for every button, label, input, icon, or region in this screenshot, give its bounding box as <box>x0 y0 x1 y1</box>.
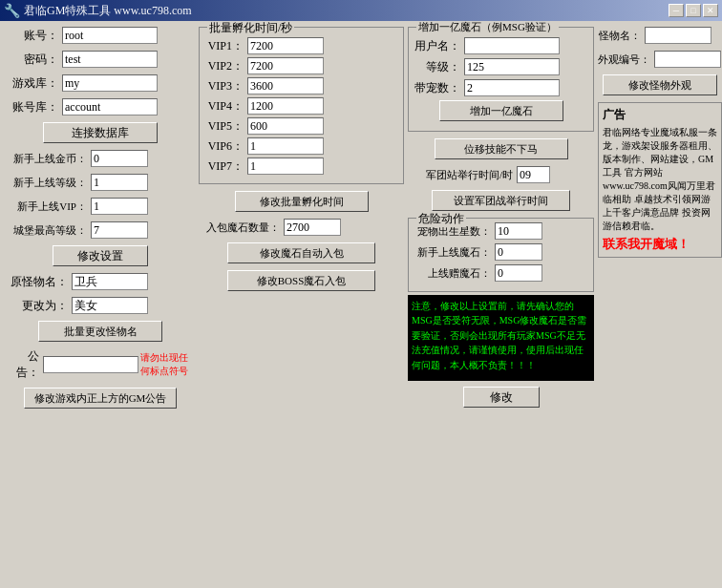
inpack-input[interactable]: 2700 <box>284 219 341 236</box>
vip3-row: VIP3： <box>205 77 397 94</box>
vip1-input[interactable] <box>247 37 324 54</box>
vip5-row: VIP5： <box>205 117 397 135</box>
title-bar: 🔧 君临GM特殊工具 www.uc798.com ─ □ ✕ <box>0 0 722 21</box>
gamedb-row: 游戏库： my <box>6 74 195 92</box>
ad-box: 广告 君临网络专业魔域私服一条龙，游戏架设服务器租用、版本制作、网站建设，GM工… <box>598 102 722 258</box>
pet-star-input[interactable] <box>495 222 542 240</box>
connect-db-button[interactable]: 连接数据库 <box>43 122 158 143</box>
modify-hatch-button[interactable]: 修改批量孵化时间 <box>235 191 369 212</box>
warning-text: 注意，修改以上设置前，请先确认您的MSG是否受符无限，MSG修改魔石是否需要验证… <box>412 301 586 370</box>
announcement-row: 公告： 请勿出现任何标点符号 <box>6 348 195 381</box>
vip6-label: VIP6： <box>205 138 244 155</box>
password-input[interactable]: test <box>62 51 158 68</box>
far-right-panel: 怪物名： 外观编号： 修改怪物外观 广告 君临网络专业魔域私服一条龙，游戏架设服… <box>598 27 722 582</box>
change-to-input[interactable]: 美女 <box>72 297 148 314</box>
newbie-vip-label: 新手上线VIP： <box>6 200 87 214</box>
gamedb-input[interactable]: my <box>62 74 158 92</box>
announcement-input[interactable] <box>43 356 138 373</box>
vip2-row: VIP2： <box>205 57 397 74</box>
add-stone-button[interactable]: 增加一亿魔石 <box>439 100 563 121</box>
monster-name-input[interactable] <box>645 27 711 44</box>
vip2-input[interactable] <box>247 57 324 74</box>
newbie-level-input[interactable]: 1 <box>91 174 148 191</box>
inpack-row: 入包魔石数量： 2700 <box>199 219 404 236</box>
original-monster-label: 原怪物名： <box>6 274 68 290</box>
close-button[interactable]: ✕ <box>703 4 718 17</box>
minimize-button[interactable]: ─ <box>669 4 684 17</box>
account-row: 账号： root <box>6 27 195 44</box>
newbie-vip-input[interactable]: 1 <box>91 198 148 215</box>
window-title: 君临GM特殊工具 www.uc798.com <box>24 3 669 19</box>
batch-change-monster-button[interactable]: 批量更改怪物名 <box>38 321 162 342</box>
vip4-row: VIP4： <box>205 97 397 115</box>
monster-name-label: 怪物名： <box>598 29 641 43</box>
vip1-label: VIP1： <box>205 38 244 54</box>
password-label: 密码： <box>6 52 58 68</box>
change-to-label: 更改为： <box>6 298 68 314</box>
carriage-label: 带宠数： <box>414 80 460 96</box>
announcement-hint: 请勿出现任何标点符号 <box>140 351 195 378</box>
username-row: 用户名： <box>414 37 587 54</box>
danger-title: 危险动作 <box>416 211 466 227</box>
modify-announcement-button[interactable]: 修改游戏内正上方的GM公告 <box>24 388 177 409</box>
account-label: 账号： <box>6 28 58 44</box>
ad-title: 广告 <box>603 107 717 123</box>
maximize-button[interactable]: □ <box>686 4 701 17</box>
vip7-input[interactable] <box>247 158 324 175</box>
new-online-stone-input[interactable] <box>495 243 542 261</box>
move-skill-button[interactable]: 位移技能不下马 <box>435 138 568 159</box>
account-input[interactable]: root <box>62 27 158 44</box>
add-stone-title: 增加一亿魔石（例MSG验证） <box>416 21 559 34</box>
online-gift-label: 上线赠魔石： <box>414 266 491 281</box>
vip7-label: VIP7： <box>205 158 244 175</box>
ad-text: 君临网络专业魔域私服一条龙，游戏架设服务器租用、版本制作、网站建设，GM工具 官… <box>603 126 717 233</box>
hatch-group-title: 批量孵化时间/秒 <box>207 21 294 36</box>
hatch-group: 批量孵化时间/秒 VIP1： VIP2： VIP3： VIP4： VIP5： <box>199 27 404 184</box>
appearance-label: 外观编号： <box>598 52 650 67</box>
vip5-input[interactable] <box>247 117 324 135</box>
modify-settings-button[interactable]: 修改设置 <box>53 245 148 266</box>
vip4-input[interactable] <box>247 97 324 115</box>
announcement-label: 公告： <box>6 348 39 381</box>
newbie-level-row: 新手上线等级： 1 <box>6 174 195 191</box>
window-controls[interactable]: ─ □ ✕ <box>669 4 718 17</box>
vip7-row: VIP7： <box>205 158 397 175</box>
appearance-input[interactable] <box>654 51 721 68</box>
inpack-label: 入包魔石数量： <box>199 220 280 235</box>
carriage-input[interactable] <box>464 79 560 96</box>
vip3-input[interactable] <box>247 77 324 94</box>
add-stone-group: 增加一亿魔石（例MSG验证） 用户名： 等级： 带宠数： 增加一亿魔石 <box>408 27 594 132</box>
castle-level-input[interactable]: 7 <box>91 221 148 239</box>
newbie-level-label: 新手上线等级： <box>6 176 87 190</box>
username-input[interactable] <box>464 37 560 54</box>
newbie-gold-input[interactable]: 0 <box>91 150 148 167</box>
accountdb-label: 账号库： <box>6 99 58 116</box>
army-label: 军团站举行时间/时 <box>408 168 513 182</box>
vip1-row: VIP1： <box>205 37 397 54</box>
army-button[interactable]: 设置军团战举行时间 <box>432 190 570 211</box>
original-monster-input[interactable]: 卫兵 <box>72 273 148 290</box>
online-gift-input[interactable] <box>495 264 542 282</box>
appearance-row: 外观编号： <box>598 51 722 68</box>
modify-boss-button[interactable]: 修改BOSS魔石入包 <box>227 270 375 291</box>
modify-button[interactable]: 修改 <box>463 387 540 408</box>
level-row: 等级： <box>414 58 587 75</box>
modify-appearance-button[interactable]: 修改怪物外观 <box>603 74 717 95</box>
password-row: 密码： test <box>6 51 195 68</box>
vip2-label: VIP2： <box>205 58 244 74</box>
mid-panel: 批量孵化时间/秒 VIP1： VIP2： VIP3： VIP4： VIP5： <box>199 27 404 582</box>
monster-name-row: 怪物名： <box>598 27 722 44</box>
level-input[interactable] <box>464 58 560 75</box>
castle-level-row: 城堡最高等级： 7 <box>6 221 195 239</box>
carriage-row: 带宠数： <box>414 79 587 96</box>
gamedb-label: 游戏库： <box>6 75 58 92</box>
modify-auto-button[interactable]: 修改魔石自动入包 <box>227 242 375 263</box>
accountdb-row: 账号库： account <box>6 98 195 116</box>
level-label: 等级： <box>414 59 460 75</box>
army-input[interactable] <box>517 166 550 183</box>
accountdb-input[interactable]: account <box>62 98 158 116</box>
vip3-label: VIP3： <box>205 78 244 94</box>
army-row: 军团站举行时间/时 <box>408 166 594 183</box>
vip6-input[interactable] <box>247 137 324 155</box>
online-gift-row: 上线赠魔石： <box>414 264 587 282</box>
